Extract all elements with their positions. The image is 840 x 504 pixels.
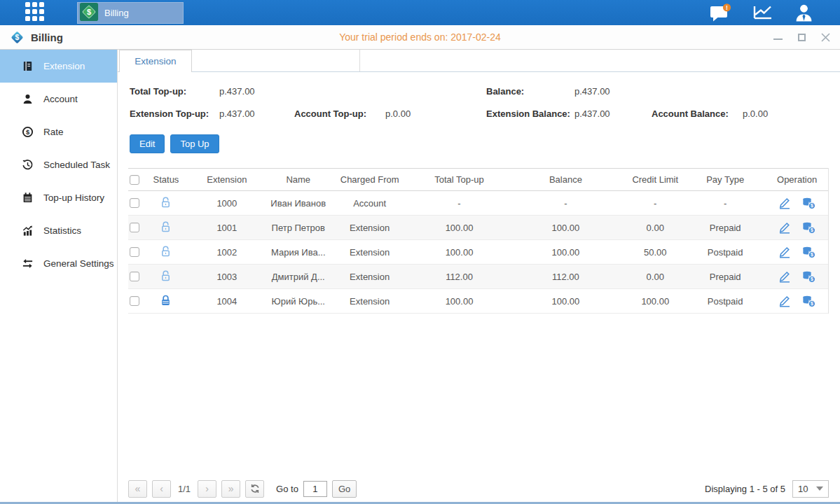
displaying-info: Displaying 1 - 5 of 5 [705,484,785,494]
charged-from-cell: Extension [326,247,413,258]
balance-label: Balance: [486,86,574,97]
row-checkbox[interactable] [130,272,139,281]
go-button[interactable]: Go [332,480,357,498]
svg-text:$: $ [811,203,813,209]
name-cell: Дмитрий Д... [270,272,326,282]
scheduled-task-clock-icon [21,159,34,171]
row-checkbox[interactable] [130,223,139,232]
status-unlocked-icon [160,196,172,211]
edit-extension-icon[interactable] [778,246,791,258]
goto-label: Go to [276,484,298,494]
svg-text:$: $ [811,252,813,258]
topup-extension-icon[interactable]: $ [802,246,815,258]
app-launcher-icon[interactable] [25,2,46,23]
extension-topup-label: Extension Top-up: [130,108,219,120]
maximize-icon[interactable] [797,32,806,42]
edit-button[interactable]: Edit [130,134,165,153]
topup-extension-icon[interactable]: $ [802,295,815,307]
next-page-button[interactable]: › [198,480,216,498]
pay-type-cell: - [684,198,766,209]
svg-text:$: $ [811,301,813,307]
charged-from-cell: Extension [326,272,413,282]
taskbar-status-icons: ! [710,4,813,22]
credit-limit-cell: 0.00 [626,272,684,282]
balance-cell: 100.00 [505,223,626,233]
account-balance-label: Account Balance: [652,108,743,120]
extension-topup-value: p.437.00 [219,108,294,120]
sidebar-item-label: Account [43,94,78,104]
tab-bar: Extension [118,50,840,72]
charged-from-cell: Extension [326,223,413,233]
sidebar-item-label: Statistics [43,225,81,236]
table-row: 1002 Мария Ива... Extension 100.00 100.0… [128,240,828,265]
edit-extension-icon[interactable] [778,197,791,209]
tab-slot [192,50,360,71]
total-topup-cell: 100.00 [413,247,506,258]
taskbar-billing-tab[interactable]: $ Billing [77,2,184,24]
action-buttons: Edit Top Up [130,134,840,153]
row-checkbox[interactable] [130,296,139,306]
topup-extension-icon[interactable]: $ [802,271,815,283]
main-content: Extension Total Top-up: p.437.00 Balance… [118,50,840,502]
account-topup-label: Account Top-up: [294,108,385,120]
close-icon[interactable] [820,32,830,42]
status-unlocked-icon [160,270,172,284]
pay-type-cell: Postpaid [684,247,766,258]
page-size-select[interactable]: 10 [792,480,829,498]
user-account-icon[interactable] [794,4,813,22]
sidebar-item-scheduled-task[interactable]: Scheduled Task [0,148,117,181]
general-settings-transfer-icon [21,258,34,270]
table-row: 1001 Петр Петров Extension 100.00 100.00… [128,216,828,240]
column-status: Status [149,174,184,185]
chevron-down-icon [816,486,823,491]
credit-limit-cell: 50.00 [626,247,684,258]
name-cell: Петр Петров [270,223,326,233]
sidebar-item-statistics[interactable]: Statistics [0,214,117,247]
credit-limit-cell: - [626,198,684,209]
column-name: Name [270,174,326,185]
table-row: 1004 Юрий Юрь... Extension 100.00 100.00… [128,289,828,314]
topup-history-calendar-icon [21,192,34,204]
balance-summary: Total Top-up: p.437.00 Balance: p.437.00… [130,86,840,120]
sidebar-item-rate[interactable]: $ Rate [0,115,117,148]
minimize-icon[interactable] [773,32,783,42]
column-charged-from: Charged From [326,174,413,185]
row-checkbox[interactable] [130,198,139,208]
edit-extension-icon[interactable] [778,222,791,234]
prev-page-button[interactable]: ‹ [152,480,171,498]
extension-cell: 1000 [184,198,270,209]
window-header: $ Billing Your trial period ends on: 201… [0,25,840,50]
edit-extension-icon[interactable] [778,295,791,307]
refresh-button[interactable] [245,480,264,498]
resource-monitor-icon[interactable] [752,4,773,21]
sidebar-item-label: Rate [43,127,64,137]
last-page-button[interactable]: » [221,480,240,498]
column-pay-type: Pay Type [684,174,766,185]
credit-limit-cell: 100.00 [626,296,684,307]
billing-app-icon: $ [79,2,99,24]
table-header: Status Extension Name Charged From Total… [128,168,828,191]
taskbar-tab-label: Billing [104,8,129,18]
first-page-button[interactable]: « [128,480,147,498]
row-checkbox[interactable] [130,247,139,257]
sidebar-item-extension[interactable]: Extension [0,50,117,83]
notifications-icon[interactable]: ! [710,4,731,22]
charged-from-cell: Account [326,198,413,209]
top-up-button[interactable]: Top Up [170,134,219,153]
edit-extension-icon[interactable] [778,271,791,283]
svg-text:$: $ [25,128,29,136]
sidebar-item-general-settings[interactable]: General Settings [0,247,117,280]
select-all-checkbox[interactable] [130,175,139,185]
topup-extension-icon[interactable]: $ [802,222,815,234]
sidebar-item-topup-history[interactable]: Top-up History [0,181,117,214]
goto-page-input[interactable] [303,481,327,497]
column-operation: Operation [766,174,828,185]
column-balance: Balance [505,174,626,185]
topup-extension-icon[interactable]: $ [802,197,815,209]
tab-extension[interactable]: Extension [119,50,192,72]
sidebar-item-account[interactable]: Account [0,83,117,115]
account-person-icon [21,93,34,105]
total-topup-value: p.437.00 [219,86,294,97]
name-cell: Иван Иванов [270,198,326,209]
account-topup-value: p.0.00 [385,108,486,120]
